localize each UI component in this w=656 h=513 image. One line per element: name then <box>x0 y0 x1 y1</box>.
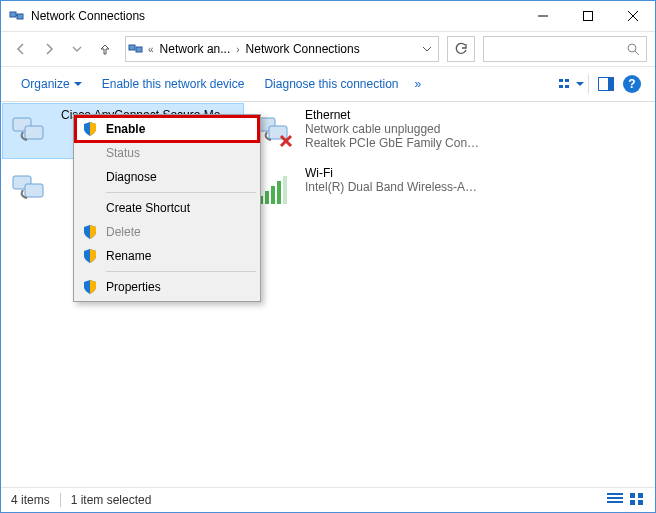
ctx-properties[interactable]: Properties <box>76 275 258 299</box>
svg-rect-0 <box>10 12 16 17</box>
diagnose-connection-button[interactable]: Diagnose this connection <box>254 67 408 101</box>
svg-rect-26 <box>265 191 269 204</box>
search-icon <box>626 42 640 56</box>
chevron-right-icon: › <box>236 44 239 55</box>
window-title: Network Connections <box>31 9 145 23</box>
minimize-button[interactable] <box>520 1 565 31</box>
svg-rect-12 <box>559 85 563 88</box>
back-button[interactable] <box>9 37 33 61</box>
svg-rect-20 <box>269 126 287 139</box>
ctx-delete-label: Delete <box>106 225 141 239</box>
shield-icon <box>82 248 98 264</box>
svg-rect-14 <box>565 85 569 88</box>
search-input[interactable] <box>490 41 626 57</box>
command-bar: Organize Enable this network device Diag… <box>1 67 655 102</box>
help-icon: ? <box>623 75 641 93</box>
svg-rect-7 <box>129 45 135 50</box>
adapter-name: Wi-Fi <box>305 166 481 180</box>
item-count: 4 items <box>11 493 50 507</box>
ctx-status: Status <box>76 141 258 165</box>
divider <box>60 493 61 507</box>
svg-rect-4 <box>583 12 592 21</box>
breadcrumb-seg-1[interactable]: Network an... <box>158 42 233 56</box>
adapter-ethernet[interactable]: Ethernet Network cable unplugged Realtek… <box>247 104 487 158</box>
ctx-rename-label: Rename <box>106 249 151 263</box>
svg-rect-32 <box>607 501 623 503</box>
network-adapter-icon <box>9 166 55 212</box>
address-bar[interactable]: « Network an... › Network Connections <box>125 36 439 62</box>
svg-rect-36 <box>638 500 643 505</box>
adapter-status: Network cable unplugged <box>305 122 481 136</box>
help-button[interactable]: ? <box>619 71 645 97</box>
svg-rect-11 <box>559 79 563 82</box>
organize-button[interactable]: Organize <box>11 67 92 101</box>
ctx-delete: Delete <box>76 220 258 244</box>
selection-count: 1 item selected <box>71 493 152 507</box>
context-menu: Enable Status Diagnose Create Shortcut D… <box>73 114 261 302</box>
preview-pane-button[interactable] <box>593 71 619 97</box>
chevron-down-icon <box>74 80 82 88</box>
ctx-diagnose-label: Diagnose <box>106 170 157 184</box>
navigation-bar: « Network an... › Network Connections <box>1 32 655 67</box>
content-area: Cisco AnyConnect Secure Mobility Etherne… <box>1 102 655 487</box>
ctx-diagnose[interactable]: Diagnose <box>76 165 258 189</box>
svg-rect-18 <box>25 126 43 139</box>
details-view-button[interactable] <box>607 492 623 508</box>
svg-rect-28 <box>277 181 281 204</box>
status-bar: 4 items 1 item selected <box>1 487 655 512</box>
maximize-button[interactable] <box>565 1 610 31</box>
svg-rect-13 <box>565 79 569 82</box>
menu-separator <box>106 192 256 193</box>
svg-rect-31 <box>607 497 623 499</box>
ctx-enable[interactable]: Enable <box>76 117 258 141</box>
svg-rect-27 <box>271 186 275 204</box>
ctx-create-shortcut-label: Create Shortcut <box>106 201 190 215</box>
shield-icon <box>82 224 98 240</box>
app-icon <box>9 8 25 24</box>
enable-device-label: Enable this network device <box>102 77 245 91</box>
shield-icon <box>82 121 98 137</box>
large-icons-view-button[interactable] <box>629 492 645 508</box>
search-box[interactable] <box>483 36 647 62</box>
svg-rect-30 <box>607 493 623 495</box>
window: Network Connections « Network an... › Ne… <box>0 0 656 513</box>
svg-rect-16 <box>608 78 613 90</box>
close-button[interactable] <box>610 1 655 31</box>
refresh-button[interactable] <box>447 36 475 62</box>
svg-rect-24 <box>25 184 43 197</box>
overflow-icon: » <box>415 77 422 91</box>
svg-line-10 <box>635 51 639 55</box>
enable-device-button[interactable]: Enable this network device <box>92 67 255 101</box>
svg-rect-8 <box>136 47 142 52</box>
adapter-name: Ethernet <box>305 108 481 122</box>
address-dropdown-button[interactable] <box>418 38 436 60</box>
titlebar: Network Connections <box>1 1 655 32</box>
svg-rect-29 <box>283 176 287 204</box>
organize-label: Organize <box>21 77 70 91</box>
address-icon <box>128 41 144 57</box>
overflow-button[interactable]: » <box>409 67 428 101</box>
breadcrumb-seg-2[interactable]: Network Connections <box>244 42 362 56</box>
diagnose-label: Diagnose this connection <box>264 77 398 91</box>
adapter-device: Intel(R) Dual Band Wireless-AC 31... <box>305 180 481 194</box>
chevron-left-icon: « <box>148 44 154 55</box>
forward-button[interactable] <box>37 37 61 61</box>
ctx-enable-label: Enable <box>106 122 145 136</box>
adapter-wifi[interactable]: Wi-Fi Intel(R) Dual Band Wireless-AC 31.… <box>247 162 487 216</box>
shield-icon <box>82 279 98 295</box>
adapter-device: Realtek PCIe GbE Family Controller <box>305 136 481 150</box>
svg-rect-1 <box>17 14 23 19</box>
view-options-button[interactable] <box>558 71 584 97</box>
ctx-create-shortcut[interactable]: Create Shortcut <box>76 196 258 220</box>
up-button[interactable] <box>93 37 117 61</box>
svg-point-9 <box>628 44 636 52</box>
ctx-rename[interactable]: Rename <box>76 244 258 268</box>
ctx-status-label: Status <box>106 146 140 160</box>
svg-rect-33 <box>630 493 635 498</box>
chevron-down-icon <box>576 80 584 88</box>
recent-locations-button[interactable] <box>65 37 89 61</box>
ctx-properties-label: Properties <box>106 280 161 294</box>
menu-separator <box>106 271 256 272</box>
svg-rect-35 <box>630 500 635 505</box>
svg-rect-34 <box>638 493 643 498</box>
